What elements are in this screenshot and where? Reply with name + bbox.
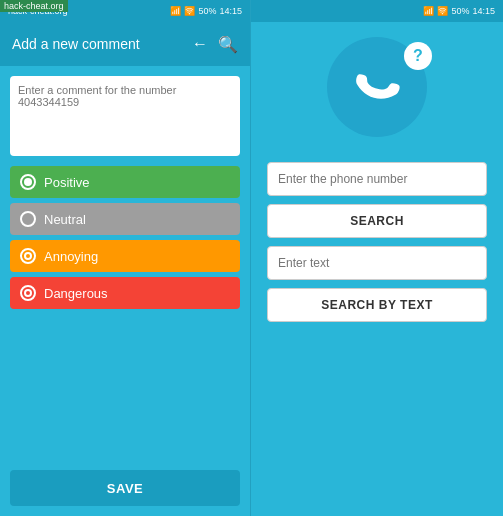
watermark: hack-cheat.org <box>0 0 68 12</box>
top-bar: Add a new comment ← 🔍 <box>0 22 250 66</box>
comment-area-wrapper <box>10 76 240 156</box>
radio-label-neutral: Neutral <box>44 212 86 227</box>
status-icons-left: 📶 🛜 50% 14:15 <box>170 6 242 16</box>
radio-circle-annoying <box>20 248 36 264</box>
screen: hack-cheat.org hack-cheat.org 📶 🛜 50% 14… <box>0 0 503 516</box>
comment-input[interactable] <box>18 84 232 148</box>
status-bar-right: 📶 🛜 50% 14:15 <box>251 0 503 22</box>
radio-label-positive: Positive <box>44 175 90 190</box>
right-panel: 📶 🛜 50% 14:15 ? SEARCH SEARCH B <box>250 0 503 516</box>
search-button[interactable]: SEARCH <box>267 204 487 238</box>
radio-circle-dangerous <box>20 285 36 301</box>
battery-left: 50% <box>198 6 216 16</box>
radio-neutral[interactable]: Neutral <box>10 203 240 235</box>
radio-label-dangerous: Dangerous <box>44 286 108 301</box>
signal-icon-left: 📶 <box>170 6 181 16</box>
radio-positive[interactable]: Positive <box>10 166 240 198</box>
radio-label-annoying: Annoying <box>44 249 98 264</box>
radio-annoying[interactable]: Annoying <box>10 240 240 272</box>
text-search-input[interactable] <box>267 246 487 280</box>
time-left: 14:15 <box>219 6 242 16</box>
phone-number-input[interactable] <box>267 162 487 196</box>
search-icon[interactable]: 🔍 <box>218 35 238 54</box>
time-right: 14:15 <box>472 6 495 16</box>
wifi-icon-left: 🛜 <box>184 6 195 16</box>
signal-icon-right: 📶 <box>423 6 434 16</box>
battery-right: 50% <box>451 6 469 16</box>
phone-circle: ? <box>327 37 427 137</box>
radio-circle-neutral <box>20 211 36 227</box>
save-button[interactable]: SAVE <box>10 470 240 506</box>
page-title: Add a new comment <box>12 36 182 52</box>
phone-icon-area: ? <box>251 22 503 152</box>
status-icons-right: 📶 🛜 50% 14:15 <box>423 6 495 16</box>
search-by-text-button[interactable]: SEARCH BY TEXT <box>267 288 487 322</box>
phone-icon <box>347 57 407 117</box>
question-mark-icon: ? <box>404 42 432 70</box>
radio-circle-positive <box>20 174 36 190</box>
left-panel: hack-cheat.org 📶 🛜 50% 14:15 Add a new c… <box>0 0 250 516</box>
search-controls: SEARCH SEARCH BY TEXT <box>251 162 503 322</box>
back-icon[interactable]: ← <box>192 35 208 53</box>
radio-dangerous[interactable]: Dangerous <box>10 277 240 309</box>
radio-options: Positive Neutral Annoying Dangerous <box>0 166 250 309</box>
save-btn-wrapper: SAVE <box>0 460 250 516</box>
wifi-icon-right: 🛜 <box>437 6 448 16</box>
